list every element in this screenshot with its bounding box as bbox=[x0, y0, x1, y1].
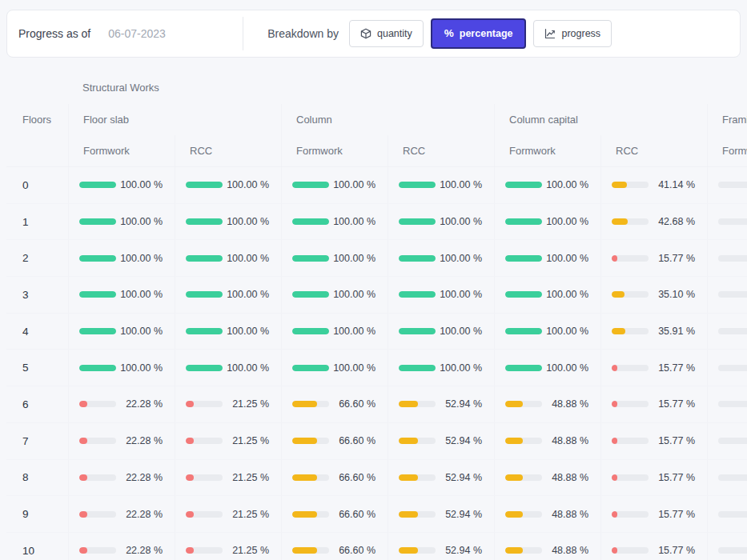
progress-cell: 41.14 % bbox=[600, 167, 707, 203]
progress-bar-fill bbox=[292, 474, 317, 481]
date-input[interactable] bbox=[108, 27, 236, 40]
progress-cell: 52.94 % bbox=[388, 460, 494, 496]
category-header-column-capital: Column capital bbox=[494, 104, 707, 135]
progress-value: 100.00 % bbox=[436, 289, 482, 300]
progress-value: 66.60 % bbox=[329, 472, 376, 483]
progress-cell: 35.91 % bbox=[600, 314, 707, 350]
progress-bar-fill bbox=[399, 328, 436, 334]
structural-works-header: Structural Works bbox=[68, 70, 747, 104]
table-row: 5100.00 %100.00 %100.00 %100.00 %100.00 … bbox=[6, 350, 747, 386]
progress-value: 100.00 % bbox=[116, 179, 163, 190]
progress-bar-track bbox=[399, 255, 436, 262]
progress-bar-track bbox=[718, 182, 747, 188]
progress-bar-fill bbox=[505, 474, 523, 481]
progress-bar-fill bbox=[186, 255, 223, 262]
progress-bar-track bbox=[505, 182, 542, 188]
toolbar-button-progress[interactable]: progress bbox=[533, 20, 612, 47]
progress-value: 100.00 % bbox=[116, 216, 163, 227]
toolbar-button-quantity[interactable]: quantity bbox=[349, 20, 424, 47]
progress-cell bbox=[707, 496, 747, 532]
progress-value: 52.94 % bbox=[436, 435, 482, 446]
toolbar-button-percentage[interactable]: % percentage bbox=[431, 18, 527, 49]
progress-value: 66.60 % bbox=[329, 509, 376, 520]
progress-value: 22.28 % bbox=[116, 545, 163, 556]
progress-cell: 22.28 % bbox=[68, 460, 175, 496]
progress-bar-fill bbox=[186, 438, 194, 444]
progress-value: 100.00 % bbox=[223, 216, 269, 227]
floor-number: 1 bbox=[6, 204, 68, 240]
progress-value: 35.10 % bbox=[649, 289, 695, 300]
table-header-category-row: FloorsFloor slabColumnColumn capitalFram… bbox=[6, 104, 747, 135]
progress-bar-track bbox=[292, 255, 329, 262]
progress-bar-track bbox=[186, 255, 223, 262]
floor-number: 3 bbox=[6, 277, 68, 313]
progress-bar-track bbox=[292, 401, 329, 407]
progress-bar-track bbox=[399, 291, 436, 298]
percent-icon: % bbox=[444, 28, 454, 39]
progress-bar-track bbox=[612, 365, 649, 371]
progress-bar-fill bbox=[79, 255, 116, 262]
progress-bar-fill bbox=[292, 328, 329, 334]
progress-bar-track bbox=[79, 547, 116, 554]
cube-icon bbox=[360, 28, 371, 39]
progress-cell: 15.77 % bbox=[600, 533, 707, 560]
progress-bar-track bbox=[399, 328, 436, 334]
progress-bar-track bbox=[186, 218, 223, 225]
progress-bar-track bbox=[505, 328, 542, 334]
progress-bar-fill bbox=[505, 291, 542, 298]
progress-bar-track bbox=[505, 547, 542, 554]
progress-bar-track bbox=[718, 438, 747, 444]
progress-bar-fill bbox=[399, 474, 418, 481]
progress-value: 100.00 % bbox=[116, 289, 163, 300]
progress-bar-fill bbox=[79, 547, 87, 554]
progress-value: 22.28 % bbox=[116, 398, 163, 410]
table-row: 822.28 %21.25 %66.60 %52.94 %48.88 %15.7… bbox=[6, 460, 747, 497]
progress-bar-track bbox=[612, 291, 649, 298]
progress-bar-track bbox=[292, 547, 329, 554]
progress-value: 100.00 % bbox=[436, 362, 482, 374]
progress-bar-fill bbox=[399, 365, 436, 371]
progress-bar-track bbox=[505, 291, 542, 298]
progress-cell: 100.00 % bbox=[281, 350, 388, 386]
progress-bar-fill bbox=[292, 218, 329, 225]
progress-bar-fill bbox=[505, 255, 542, 262]
progress-bar-fill bbox=[79, 438, 87, 444]
table-row: 622.28 %21.25 %66.60 %52.94 %48.88 %15.7… bbox=[6, 386, 747, 423]
progress-bar-fill bbox=[399, 291, 436, 298]
progress-bar-fill bbox=[292, 511, 317, 518]
progress-cell: 100.00 % bbox=[175, 350, 281, 386]
progress-cell: 100.00 % bbox=[281, 167, 388, 203]
progress-bar-track bbox=[292, 365, 329, 371]
progress-value: 15.77 % bbox=[649, 362, 695, 374]
progress-value: 42.68 % bbox=[649, 216, 695, 227]
progress-bar-track bbox=[186, 438, 223, 444]
progress-value: 100.00 % bbox=[223, 289, 269, 300]
progress-cell: 100.00 % bbox=[68, 204, 175, 240]
progress-cell: 100.00 % bbox=[68, 277, 175, 313]
floor-number: 8 bbox=[6, 460, 68, 496]
sub-header-formwork: Formwork bbox=[494, 135, 600, 166]
progress-bar-track bbox=[399, 438, 436, 444]
progress-bar-fill bbox=[612, 255, 617, 262]
floors-header: Floors bbox=[6, 104, 68, 135]
progress-bar-track bbox=[186, 547, 223, 554]
progress-bar-track bbox=[399, 218, 436, 225]
progress-cell: 22.28 % bbox=[68, 533, 175, 560]
sub-header-formwork: Formwork bbox=[281, 135, 388, 166]
progress-cell: 100.00 % bbox=[388, 204, 494, 240]
progress-cell: 52.94 % bbox=[388, 386, 494, 422]
toolbar-divider bbox=[243, 17, 243, 50]
button-label: percentage bbox=[460, 28, 513, 39]
progress-bar-fill bbox=[505, 365, 542, 371]
progress-cell: 21.25 % bbox=[175, 496, 281, 532]
progress-bar-track bbox=[505, 438, 542, 444]
table-row: 722.28 %21.25 %66.60 %52.94 %48.88 %15.7… bbox=[6, 423, 747, 460]
progress-cell: 100.00 % bbox=[494, 167, 600, 203]
progress-value: 100.00 % bbox=[436, 216, 482, 227]
progress-cell: 100.00 % bbox=[175, 277, 281, 313]
progress-value: 100.00 % bbox=[223, 362, 269, 374]
progress-cell: 21.25 % bbox=[175, 460, 281, 496]
progress-bar-fill bbox=[186, 547, 194, 554]
category-header-framing: Framing bbox=[707, 104, 747, 135]
progress-cell: 100.00 % bbox=[388, 350, 494, 386]
